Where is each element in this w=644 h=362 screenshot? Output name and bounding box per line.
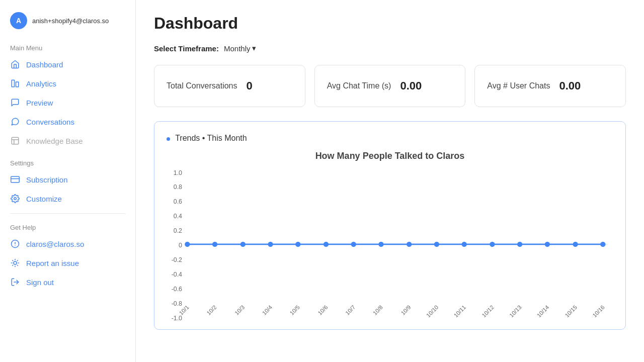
- sidebar-item-label: claros@claros.so: [26, 240, 84, 248]
- sidebar-item-conversations[interactable]: Conversations: [0, 112, 135, 131]
- main-menu-label: Main Menu: [0, 39, 135, 55]
- svg-point-29: [268, 242, 273, 247]
- svg-point-30: [295, 242, 300, 247]
- svg-point-26: [185, 242, 190, 247]
- user-email: anish+shopify4@claros.so: [32, 17, 109, 25]
- stat-value: 0.00: [400, 79, 422, 93]
- settings-section-label: Settings: [0, 154, 135, 170]
- timeframe-label: Select Timeframe:: [154, 44, 219, 53]
- svg-text:0.4: 0.4: [174, 213, 182, 220]
- svg-point-40: [573, 242, 578, 247]
- sidebar-item-label: Dashboard: [26, 60, 63, 69]
- subscription-icon: [10, 174, 20, 185]
- chart-dot: [167, 137, 170, 141]
- svg-text:10/13: 10/13: [508, 304, 523, 319]
- timeframe-row: Select Timeframe: Monthly ▾: [154, 44, 626, 53]
- bug-icon: [10, 258, 20, 268]
- customize-icon: [10, 194, 20, 204]
- stat-value: 0.00: [559, 79, 581, 93]
- sidebar-item-signout[interactable]: Sign out: [0, 273, 135, 292]
- sidebar-item-label: Sign out: [26, 278, 54, 287]
- svg-text:10/5: 10/5: [289, 304, 301, 316]
- stat-value: 0: [247, 79, 253, 93]
- chart-svg: 1.0 0.8 0.6 0.4 0.2 0 -0.2 -0.4 -0.6 -0.…: [167, 166, 613, 327]
- svg-rect-1: [16, 82, 19, 87]
- svg-text:10/12: 10/12: [480, 304, 495, 319]
- sidebar-item-subscription[interactable]: Subscription: [0, 170, 135, 189]
- svg-text:10/10: 10/10: [425, 304, 440, 319]
- svg-text:-0.6: -0.6: [172, 286, 182, 293]
- svg-text:10/15: 10/15: [564, 304, 579, 319]
- svg-text:10/4: 10/4: [261, 304, 273, 316]
- svg-text:10/16: 10/16: [591, 304, 606, 319]
- svg-point-28: [240, 242, 246, 247]
- svg-text:10/3: 10/3: [233, 304, 246, 316]
- svg-text:10/6: 10/6: [316, 304, 329, 316]
- user-row: A anish+shopify4@claros.so: [0, 8, 135, 39]
- sidebar-item-label: Preview: [26, 99, 53, 107]
- timeframe-dropdown[interactable]: Monthly ▾: [224, 44, 257, 53]
- svg-point-37: [490, 242, 495, 247]
- stat-card-avg-chat-time: Avg Chat Time (s) 0.00: [314, 65, 466, 107]
- stats-row: Total Conversations 0 Avg Chat Time (s) …: [154, 65, 626, 107]
- sidebar-item-preview[interactable]: Preview: [0, 93, 135, 112]
- sidebar-item-customize[interactable]: Customize: [0, 189, 135, 208]
- svg-rect-3: [12, 137, 19, 144]
- svg-point-34: [407, 242, 412, 247]
- svg-rect-6: [11, 176, 20, 183]
- email-icon: [10, 239, 20, 249]
- svg-point-39: [545, 242, 550, 247]
- svg-text:-0.2: -0.2: [172, 256, 182, 263]
- chart-subtitle: How Many People Talked to Claros: [167, 151, 613, 161]
- svg-point-41: [600, 242, 605, 247]
- svg-text:-1.0: -1.0: [172, 315, 182, 322]
- analytics-icon: [10, 78, 20, 88]
- preview-icon: [10, 98, 20, 108]
- svg-text:0.8: 0.8: [174, 184, 182, 191]
- stat-label: Avg Chat Time (s): [327, 81, 391, 90]
- chart-container: 1.0 0.8 0.6 0.4 0.2 0 -0.2 -0.4 -0.6 -0.…: [167, 166, 613, 329]
- avatar: A: [10, 12, 27, 29]
- sidebar-item-email[interactable]: claros@claros.so: [0, 234, 135, 253]
- sidebar-item-knowledge-base: Knowledge Base: [0, 131, 135, 150]
- svg-text:0.2: 0.2: [174, 227, 182, 234]
- sidebar-item-dashboard[interactable]: Dashboard: [0, 55, 135, 74]
- stat-card-avg-user-chats: Avg # User Chats 0.00: [474, 65, 626, 107]
- sidebar-item-report[interactable]: Report an issue: [0, 253, 135, 273]
- sidebar-item-label: Conversations: [26, 118, 74, 126]
- svg-point-35: [434, 242, 439, 247]
- stat-card-total-conversations: Total Conversations 0: [154, 65, 305, 107]
- conversations-icon: [10, 117, 20, 127]
- stat-label: Total Conversations: [167, 81, 237, 90]
- svg-text:0.6: 0.6: [174, 198, 182, 205]
- svg-point-27: [212, 242, 217, 247]
- sidebar: A anish+shopify4@claros.so Main Menu Das…: [0, 0, 136, 362]
- signout-icon: [10, 277, 20, 287]
- svg-point-32: [351, 242, 356, 247]
- svg-text:10/7: 10/7: [344, 304, 356, 316]
- sidebar-item-label: Analytics: [26, 79, 56, 88]
- sidebar-item-label: Report an issue: [26, 259, 79, 267]
- svg-text:-0.8: -0.8: [172, 300, 182, 307]
- chart-title-row: Trends • This Month: [167, 134, 613, 143]
- svg-text:-0.4: -0.4: [172, 271, 182, 278]
- timeframe-value: Monthly: [224, 44, 251, 53]
- chart-section-title: Trends • This Month: [175, 134, 247, 142]
- home-icon: [10, 59, 20, 69]
- main-content: Dashboard Select Timeframe: Monthly ▾ To…: [136, 0, 644, 362]
- sidebar-item-label: Customize: [26, 195, 62, 203]
- svg-point-36: [461, 242, 466, 247]
- get-help-label: Get Help: [0, 219, 135, 234]
- sidebar-item-analytics[interactable]: Analytics: [0, 74, 135, 93]
- svg-point-33: [378, 242, 383, 247]
- knowledge-icon: [10, 136, 20, 146]
- svg-text:10/8: 10/8: [372, 304, 384, 316]
- svg-point-12: [14, 261, 17, 264]
- svg-text:10/2: 10/2: [205, 304, 217, 316]
- svg-point-8: [14, 198, 17, 200]
- svg-point-31: [324, 242, 329, 247]
- svg-text:0: 0: [179, 242, 182, 249]
- svg-text:10/14: 10/14: [536, 304, 550, 319]
- svg-text:10/9: 10/9: [400, 304, 412, 316]
- svg-rect-0: [12, 80, 14, 87]
